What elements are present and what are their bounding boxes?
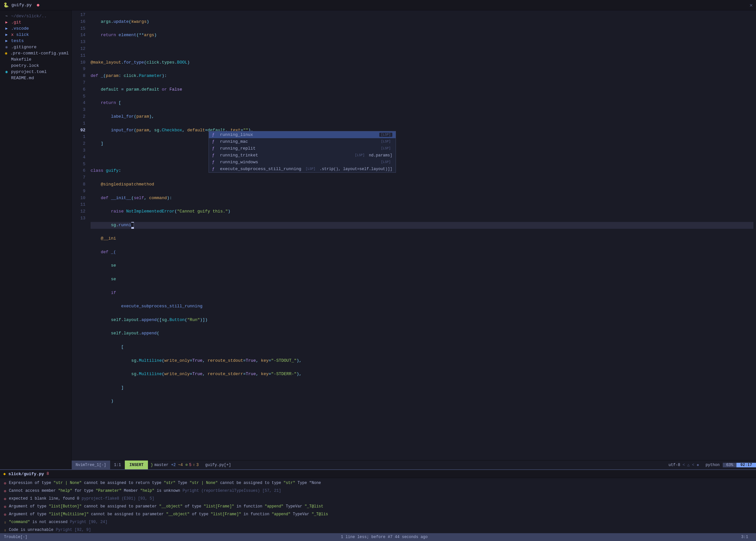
editor-area: 17 16 15 14 13 12 11 10 9 8 7 6 5 4 3 2 …	[72, 10, 756, 469]
filetype-label: python	[702, 463, 723, 467]
ac-item-label: running_replit	[220, 146, 377, 151]
diag-text: expected 1 blank line, found 0 pyproject…	[9, 496, 752, 502]
sidebar-item-poetrylock[interactable]: poetry.lock	[0, 63, 71, 69]
sidebar-item-precommit[interactable]: ◉ .pre-commit-config.yaml	[0, 50, 71, 56]
folder-icon-slick: ▶	[4, 32, 9, 37]
additions: +2	[171, 463, 176, 467]
status-bar: NvimTree_1[-] 1:1 INSERT } master +2 ~4 …	[72, 460, 756, 469]
diag-text: Argument of type "list[Button]" cannot b…	[9, 503, 752, 509]
sidebar-item-readme[interactable]: README.md	[0, 75, 71, 81]
sidebar-label-vscode: .vscode	[11, 26, 29, 31]
ac-source-badge: [LSP]	[379, 133, 392, 137]
close-button[interactable]: ✕	[749, 3, 753, 8]
window-controls[interactable]: ✕	[749, 2, 753, 8]
sidebar-label-slick: x slick	[11, 32, 29, 37]
mode-indicator: INSERT	[125, 460, 148, 469]
sidebar-item-vscode[interactable]: ▶ .vscode	[0, 25, 71, 32]
sidebar-item-slick[interactable]: ▶ x slick	[0, 32, 71, 38]
ac-source-badge: [LSP]	[304, 167, 317, 171]
diag-item-5: ⊙ Argument of type "list[Multiline]" can…	[0, 511, 756, 518]
error-icon: ⊙	[4, 488, 6, 494]
ac-item-running-linux[interactable]: ƒ running_linux [LSP]	[209, 131, 396, 138]
line-col-value: 92:17	[740, 463, 752, 467]
error-icon: ⊙	[4, 496, 6, 502]
sidebar-label-readme: README.md	[11, 76, 34, 81]
git-changes: +2 ~4	[170, 463, 184, 467]
ac-source-badge: [LSP]	[379, 146, 392, 151]
status-right: utf-8 < △ < ◆ python 63% 92:17	[665, 462, 756, 467]
folder-icon-tests: ▶	[4, 38, 9, 43]
status-filename: guify.py[+]	[201, 463, 235, 467]
sidebar: ~ ~/dev/slick/.. ▶ .git ▶ .vscode ▶ x sl…	[0, 10, 72, 469]
ac-item-running-trinket[interactable]: ƒ running_trinket [LSP] nd.params]	[209, 152, 396, 159]
diag-text: Argument of type "list[Multiline]" canno…	[9, 511, 752, 517]
title-bar: 🐍 guify.py ● ✕	[0, 0, 756, 10]
sidebar-item-tests[interactable]: ▶ tests	[0, 38, 71, 44]
title-filename: guify.py	[11, 3, 32, 8]
ac-source-badge: [LSP]	[353, 153, 366, 158]
sidebar-label-tests: tests	[11, 38, 24, 43]
status-position: 1:1	[110, 463, 125, 467]
mode-label: INSERT	[129, 463, 144, 467]
footer-text: 1 line less; before #7 44 seconds ago	[341, 535, 428, 539]
sidebar-label-poetrylock: poetry.lock	[11, 63, 39, 68]
ac-item-running-windows[interactable]: ƒ running_windows [LSP]	[209, 159, 396, 166]
panel-header: ◆ slick/guify.py 8	[0, 470, 756, 478]
root-icon: ~	[4, 14, 9, 19]
diag-item-2: ⊙ Cannot access member "help" for type "…	[0, 487, 756, 495]
ac-item-running-mac[interactable]: ƒ running_mac [LSP]	[209, 138, 396, 145]
panel-content: ⊙ Expression of type "str | None" cannot…	[0, 478, 756, 533]
ac-item-label: running_windows	[220, 160, 377, 165]
ac-source-badge: [LSP]	[379, 160, 392, 164]
bottom-panel: ◆ slick/guify.py 8 ⊙ Expression of type …	[0, 469, 756, 541]
trouble-label: Trouble[-]	[4, 535, 27, 539]
warn-icon: ♀	[4, 520, 6, 526]
panel-count: 8	[47, 472, 49, 476]
position-label: 1:1	[114, 463, 121, 467]
sidebar-root-label: ~/dev/slick/..	[11, 14, 47, 19]
file-icon-pyproject: ◉	[4, 69, 9, 74]
sidebar-item-pyproject[interactable]: ◉ pyproject.toml	[0, 69, 71, 75]
sidebar-label-pyproject: pyproject.toml	[11, 69, 47, 74]
ac-item-running-replit[interactable]: ƒ running_replit [LSP]	[209, 145, 396, 152]
ac-item-label: running_linux	[220, 132, 377, 137]
ac-type-icon: ƒ	[212, 153, 217, 158]
error-icon: ⊙	[4, 512, 6, 518]
diag-text: Cannot access member "help" for type "Pa…	[9, 488, 752, 494]
diag-item-3: ⊙ expected 1 blank line, found 0 pyproje…	[0, 495, 756, 503]
ac-type-icon: ƒ	[212, 146, 217, 151]
warn-icon: ♀	[4, 528, 6, 533]
sidebar-item-makefile[interactable]: Makefile	[0, 56, 71, 63]
sidebar-label-gitignore: .gitignore	[11, 45, 37, 50]
encoding-label: utf-8 < △ < ◆	[665, 462, 702, 467]
warn-count: 3	[196, 463, 199, 467]
branch-name: master	[155, 463, 169, 467]
diag-item-7: ♀ Code is unreachable Pyright [92, 9]	[0, 526, 756, 533]
diag-item-1: ⊙ Expression of type "str | None" cannot…	[0, 479, 756, 487]
sidebar-item-gitignore[interactable]: ◉ .gitignore	[0, 44, 71, 50]
branch-icon: }	[151, 463, 153, 467]
ac-item-execute-subprocess[interactable]: ƒ execute_subprocess_still_running [LSP]…	[209, 166, 396, 173]
sidebar-root[interactable]: ~ ~/dev/slick/..	[0, 13, 71, 19]
folder-icon-vscode: ▶	[4, 26, 9, 31]
panel-title: slick/guify.py	[8, 472, 44, 476]
line-col-indicator: 92:17	[736, 463, 756, 467]
sidebar-item-git[interactable]: ▶ .git	[0, 19, 71, 25]
ac-type-icon: ƒ	[212, 133, 217, 137]
autocomplete-dropdown[interactable]: ƒ running_linux [LSP] ƒ running_mac [LSP…	[208, 131, 396, 173]
file-icon-precommit: ◉	[4, 51, 8, 56]
warn-icon: ♀	[192, 463, 195, 467]
branch-icon2: ⊙	[186, 462, 188, 467]
diag-item-4: ⊙ Argument of type "list[Button]" cannot…	[0, 503, 756, 511]
ac-item-label: running_mac	[220, 139, 377, 144]
sidebar-label-git: .git	[11, 20, 21, 25]
tree-label: NvimTree_1[-]	[76, 463, 106, 467]
ac-source-badge: [LSP]	[379, 140, 392, 144]
diag-text: "command" is not accessed Pyright [90, 2…	[9, 519, 752, 525]
diag-text: Expression of type "str | None" cannot b…	[9, 480, 752, 486]
code-editor[interactable]: args.update(kwargs) return element(**arg…	[88, 10, 756, 460]
filename-label: guify.py[+]	[205, 463, 231, 467]
ac-extra: .strip(), layout=self.layout)]]	[320, 167, 392, 172]
code-container[interactable]: 17 16 15 14 13 12 11 10 9 8 7 6 5 4 3 2 …	[72, 10, 756, 460]
folder-icon-git: ▶	[4, 20, 9, 25]
